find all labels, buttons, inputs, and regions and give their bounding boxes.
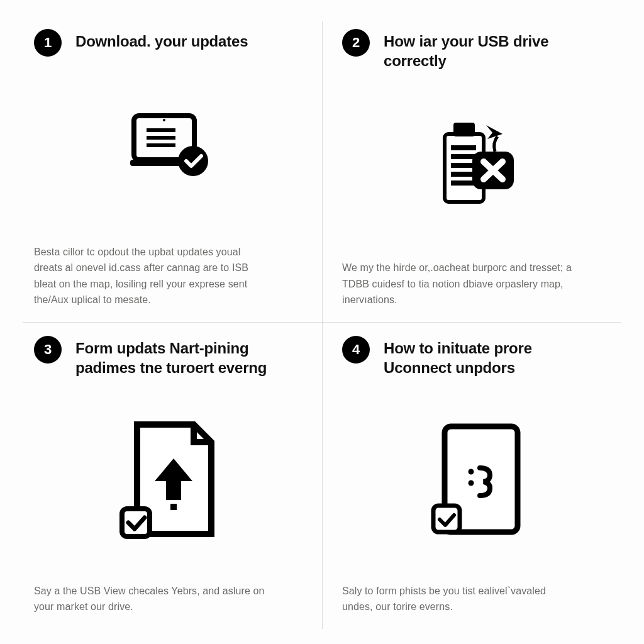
document-code-check-icon xyxy=(411,418,536,543)
svg-point-6 xyxy=(178,146,208,176)
step-header: 1 Download. your updates xyxy=(34,29,304,57)
step-number-badge: 4 xyxy=(342,336,370,364)
step-number-badge: 3 xyxy=(34,336,62,364)
svg-rect-8 xyxy=(451,145,476,150)
svg-point-19 xyxy=(469,480,474,486)
svg-point-18 xyxy=(469,469,474,474)
svg-rect-12 xyxy=(451,180,476,186)
step-4: 4 How to inituate prore Uconnect unpdors… xyxy=(322,326,623,633)
step-header: 4 How to inituate prore Uconnect unpdors xyxy=(342,336,605,377)
step-icon-zone xyxy=(342,74,605,256)
step-3: 3 Form updats Nart-pining padimes tne tu… xyxy=(21,326,322,633)
step-number-badge: 1 xyxy=(34,29,62,57)
step-description: Besta cillor tc opdout the upbat updates… xyxy=(34,240,267,319)
step-icon-zone xyxy=(34,381,304,579)
document-upload-check-icon xyxy=(103,414,235,547)
laptop-check-icon xyxy=(119,109,219,191)
svg-point-1 xyxy=(163,119,165,121)
step-title: How to inituate prore Uconnect unpdors xyxy=(384,336,597,377)
svg-rect-3 xyxy=(147,128,175,132)
horizontal-divider xyxy=(23,322,621,323)
svg-rect-15 xyxy=(170,504,177,510)
step-header: 2 How iar your USB drive correctly xyxy=(342,29,605,70)
step-icon-zone xyxy=(34,60,304,240)
step-icon-zone xyxy=(342,381,605,579)
step-2: 2 How iar your USB drive correctly xyxy=(322,19,623,326)
vertical-divider xyxy=(322,21,323,629)
step-description: Say a the USB View checales Yebrs, and a… xyxy=(34,579,267,626)
svg-rect-9 xyxy=(451,154,476,159)
usb-format-x-icon xyxy=(423,115,524,216)
step-title: Download. your updates xyxy=(75,29,248,51)
svg-rect-20 xyxy=(433,506,460,532)
steps-grid: 1 Download. your updates Besta cillor tc… xyxy=(0,0,644,644)
svg-rect-13 xyxy=(453,123,475,136)
step-title: How iar your USB drive correctly xyxy=(384,29,597,70)
step-title: Form updats Nart-pining padimes tne turo… xyxy=(75,336,289,377)
step-1: 1 Download. your updates Besta cillor tc… xyxy=(21,19,322,326)
step-description: We my the hirde or,.oacheat burporc and … xyxy=(342,256,575,319)
svg-rect-5 xyxy=(147,143,175,147)
step-description: Saly to form phists be you tist ealivel`… xyxy=(342,579,575,626)
svg-rect-4 xyxy=(147,136,175,140)
step-header: 3 Form updats Nart-pining padimes tne tu… xyxy=(34,336,304,377)
step-number-badge: 2 xyxy=(342,29,370,57)
